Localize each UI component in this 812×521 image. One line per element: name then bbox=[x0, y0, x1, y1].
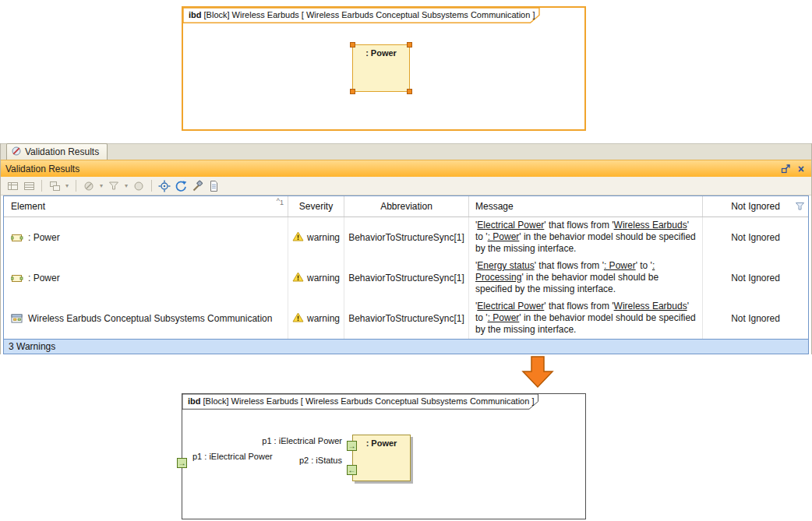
not-ignored-label: Not Ignored bbox=[731, 232, 780, 243]
close-icon[interactable]: × bbox=[798, 164, 804, 174]
message-cell message-text[interactable]: 'Energy status' that flows from ': Power… bbox=[469, 258, 703, 298]
expand-all-icon[interactable] bbox=[5, 179, 19, 193]
boundary-port-p1[interactable]: → bbox=[177, 458, 187, 468]
message-link[interactable]: Electrical Power bbox=[477, 220, 544, 231]
diagram-kind-label: ibd bbox=[189, 10, 202, 19]
selection-handle-icon[interactable] bbox=[350, 89, 355, 94]
table-row[interactable]: : Power warning BehaviorToStructureSync[… bbox=[4, 258, 808, 298]
column-filter-icon[interactable] bbox=[795, 202, 805, 213]
severity-label: warning bbox=[307, 313, 340, 324]
port-p2-label[interactable]: p2 : iStatus bbox=[299, 456, 342, 465]
ignore-icon[interactable] bbox=[82, 179, 96, 193]
table-row[interactable]: : Power warning BehaviorToStructureSync[… bbox=[4, 217, 808, 258]
validation-rows: : Power warning BehaviorToStructureSync[… bbox=[4, 217, 808, 339]
validation-options-icon[interactable] bbox=[190, 179, 204, 193]
dropdown-caret-icon[interactable]: ▾ bbox=[98, 182, 104, 189]
element-cell[interactable]: : Power bbox=[4, 258, 288, 298]
table-header: Element ^1 Severity Abbreviation Message… bbox=[4, 196, 808, 217]
diagram-title: ibd [Block] Wireless Earbuds [ Wireless … bbox=[189, 10, 535, 19]
message-cell message-text[interactable]: 'Electrical Power' that flows from 'Wire… bbox=[469, 217, 703, 258]
message-link[interactable]: : Power bbox=[604, 260, 636, 271]
screenshot-root: ibd [Block] Wireless Earbuds [ Wireless … bbox=[0, 0, 812, 521]
power-block-label: : Power bbox=[365, 48, 397, 58]
table-row[interactable]: Wireless Earbuds Conceptual Subsystems C… bbox=[4, 298, 808, 339]
warning-icon bbox=[292, 272, 304, 284]
diagram-kind-label: ibd bbox=[188, 396, 201, 406]
panel-titlebar[interactable]: Validation Results × bbox=[1, 160, 811, 177]
diagram-title: ibd [Block] Wireless Earbuds [ Wireless … bbox=[188, 396, 534, 406]
tab-label: Validation Results bbox=[25, 146, 99, 157]
bottom-ibd-frame[interactable]: ibd [Block] Wireless Earbuds [ Wireless … bbox=[182, 393, 586, 519]
element-label: Wireless Earbuds Conceptual Subsystems C… bbox=[28, 313, 272, 324]
generate-report-icon[interactable] bbox=[207, 179, 221, 193]
power-block-label: : Power bbox=[366, 438, 397, 448]
port-p1[interactable]: → bbox=[347, 441, 357, 451]
element-cell[interactable]: Wireless Earbuds Conceptual Subsystems C… bbox=[4, 298, 288, 339]
part-property-icon bbox=[11, 233, 23, 243]
message-cell message-text[interactable]: 'Electrical Power' that flows from 'Wire… bbox=[469, 298, 703, 339]
group-by-icon[interactable] bbox=[48, 179, 62, 193]
message-fragment: ' that flows from ' bbox=[544, 301, 613, 312]
dropdown-caret-icon[interactable]: ▾ bbox=[123, 182, 129, 189]
dropdown-caret-icon[interactable]: ▾ bbox=[64, 182, 70, 189]
boundary-port-label[interactable]: p1 : iElectrical Power bbox=[192, 452, 273, 461]
validation-results-panel: Validation Results Validation Results × bbox=[0, 143, 812, 354]
message-fragment: ' to ' bbox=[636, 260, 652, 271]
message-link[interactable]: : Power bbox=[488, 312, 520, 323]
column-header-element[interactable]: Element ^1 bbox=[4, 196, 288, 216]
not-ignored-label: Not Ignored bbox=[731, 273, 780, 283]
severity-cell[interactable]: warning bbox=[288, 298, 344, 339]
column-header-severity[interactable]: Severity bbox=[288, 196, 344, 216]
part-property-icon bbox=[11, 273, 23, 283]
not-ignored-cell[interactable]: Not Ignored bbox=[703, 258, 808, 298]
toolbar-separator bbox=[76, 180, 76, 192]
flow-out-arrow-icon: ← bbox=[348, 466, 356, 474]
warning-icon bbox=[292, 231, 304, 244]
abbreviation-cell[interactable]: BehaviorToStructureSync[1] bbox=[344, 217, 469, 258]
element-label: : Power bbox=[28, 232, 60, 243]
abbreviation-label: BehaviorToStructureSync[1] bbox=[348, 313, 464, 324]
float-window-icon[interactable] bbox=[781, 164, 791, 174]
not-ignored-cell[interactable]: Not Ignored bbox=[703, 217, 808, 258]
message-link[interactable]: Energy status bbox=[477, 260, 534, 271]
abbreviation-cell[interactable]: BehaviorToStructureSync[1] bbox=[344, 258, 469, 298]
flow-in-arrow-icon: → bbox=[178, 459, 186, 467]
tab-validation-results[interactable]: Validation Results bbox=[6, 143, 108, 160]
message-fragment: ' that flows from ' bbox=[535, 260, 604, 271]
not-ignored-cell[interactable]: Not Ignored bbox=[703, 298, 808, 339]
top-ibd-frame[interactable]: ibd [Block] Wireless Earbuds [ Wireless … bbox=[182, 6, 586, 131]
panel-tab-strip: Validation Results bbox=[1, 143, 811, 160]
message-link[interactable]: : Power bbox=[488, 231, 520, 242]
refresh-icon[interactable] bbox=[174, 179, 188, 193]
message-link[interactable]: Electrical Power bbox=[477, 301, 544, 312]
selection-handle-icon[interactable] bbox=[350, 42, 355, 48]
element-cell[interactable]: : Power bbox=[4, 217, 288, 258]
column-header-abbreviation[interactable]: Abbreviation bbox=[344, 196, 469, 216]
abbreviation-label: BehaviorToStructureSync[1] bbox=[348, 232, 464, 243]
severity-cell[interactable]: warning bbox=[288, 258, 344, 298]
severity-label: warning bbox=[307, 232, 340, 243]
message-link[interactable]: Wireless Earbuds bbox=[614, 301, 687, 312]
power-block[interactable]: : Power bbox=[352, 44, 410, 92]
port-p2[interactable]: ← bbox=[347, 465, 357, 475]
select-in-containment-tree-icon[interactable] bbox=[157, 179, 171, 193]
validation-table: Element ^1 Severity Abbreviation Message… bbox=[3, 195, 809, 354]
element-label: : Power bbox=[28, 273, 60, 283]
selection-handle-icon[interactable] bbox=[407, 42, 412, 48]
selection-handle-icon[interactable] bbox=[407, 89, 412, 94]
severity-cell[interactable]: warning bbox=[288, 217, 344, 258]
sort-indicator-icon[interactable]: ^1 bbox=[277, 198, 284, 206]
port-p1-label[interactable]: p1 : iElectrical Power bbox=[262, 436, 342, 445]
column-header-not-ignored[interactable]: Not Ignored bbox=[703, 196, 808, 216]
flow-in-arrow-icon: → bbox=[348, 442, 356, 450]
filter-icon[interactable] bbox=[107, 179, 121, 193]
abbreviation-cell[interactable]: BehaviorToStructureSync[1] bbox=[344, 298, 469, 339]
message-link[interactable]: Wireless Earbuds bbox=[614, 220, 687, 231]
unignore-icon[interactable] bbox=[132, 179, 146, 193]
collapse-all-icon[interactable] bbox=[22, 179, 36, 193]
column-header-message[interactable]: Message bbox=[469, 196, 703, 216]
message-fragment: ' that flows from ' bbox=[544, 220, 613, 231]
not-ignored-label: Not Ignored bbox=[731, 313, 780, 324]
power-block[interactable]: : Power bbox=[352, 435, 411, 481]
severity-label: warning bbox=[307, 273, 340, 283]
